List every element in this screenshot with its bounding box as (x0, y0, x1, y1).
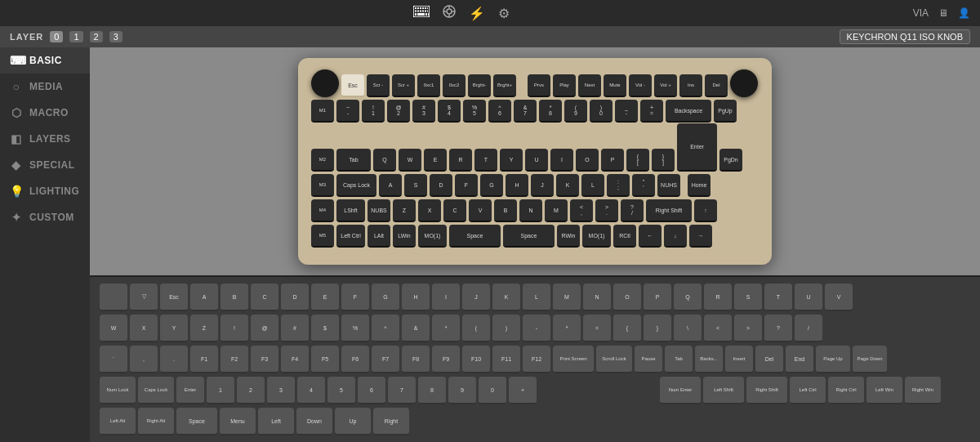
key-w[interactable]: W (399, 149, 421, 172)
key-1[interactable]: !1 (362, 100, 385, 123)
km-key-f11[interactable]: F11 (492, 346, 520, 373)
key-pgdn[interactable]: PgDn (719, 149, 742, 172)
key-m2[interactable]: M2 (311, 149, 334, 172)
key-4[interactable]: $4 (438, 100, 461, 123)
km-key-ins[interactable]: Insert (725, 346, 753, 373)
key-rshift[interactable]: Right Shift (646, 199, 692, 222)
key-tilde[interactable]: ~- (336, 100, 359, 123)
key-z[interactable]: Z (393, 199, 416, 222)
key-tab[interactable]: Tab (336, 149, 371, 172)
km-key-f4[interactable]: F4 (281, 346, 309, 373)
key-g[interactable]: G (480, 174, 503, 197)
km-key-pause[interactable]: Pause (635, 346, 662, 373)
key-o[interactable]: O (576, 149, 599, 172)
key-prvs[interactable]: Prvs (528, 74, 550, 97)
km-key-b[interactable]: B (220, 284, 248, 311)
key-lwin[interactable]: LWin (393, 225, 416, 248)
km-key-m[interactable]: M (553, 284, 581, 311)
km-key-j[interactable]: J (462, 284, 490, 311)
key-rbrace[interactable]: }] (652, 149, 675, 172)
km-key-gt[interactable]: > (734, 315, 762, 342)
km-key-f9[interactable]: F9 (432, 346, 460, 373)
km-key-dot[interactable]: . (160, 346, 188, 373)
key-e[interactable]: E (424, 149, 447, 172)
key-x[interactable]: X (418, 199, 441, 222)
km-key-amp[interactable]: & (402, 315, 430, 342)
key-m4[interactable]: M4 (311, 199, 334, 222)
km-key-backtick[interactable]: ` (100, 346, 127, 373)
key-caps[interactable]: Caps Lock (336, 174, 376, 197)
km-key-prtscr[interactable]: Print Screen (553, 346, 594, 373)
km-key-f2[interactable]: F2 (220, 346, 248, 373)
user-icon[interactable]: 👤 (958, 7, 970, 19)
km-key-s[interactable]: S (734, 284, 762, 311)
km-key-rparen[interactable]: ) (492, 315, 520, 342)
key-3[interactable]: #3 (412, 100, 435, 123)
key-m5[interactable]: M5 (311, 225, 334, 248)
km-key-caret[interactable]: ^ (372, 315, 399, 342)
km-key-comma2[interactable]: , (130, 346, 158, 373)
km-key-scrlk[interactable]: Scroll Lock (596, 346, 632, 373)
monitor-icon[interactable]: 🖥 (938, 7, 948, 19)
km-key-f6[interactable]: F6 (341, 346, 369, 373)
key-m[interactable]: M (545, 199, 568, 222)
km-key-numplus[interactable]: + (509, 377, 537, 404)
key-7[interactable]: &7 (514, 100, 537, 123)
key-knob-left[interactable] (311, 69, 339, 97)
key-8[interactable]: *8 (539, 100, 562, 123)
km-key-space[interactable]: Space (176, 408, 217, 435)
km-key-w[interactable]: W (100, 315, 127, 342)
key-rctrl[interactable]: RCtl (613, 225, 636, 248)
km-key-f7[interactable]: F7 (372, 346, 399, 373)
key-pgup[interactable]: PgUp (714, 100, 737, 123)
km-key-f8[interactable]: F8 (402, 346, 430, 373)
key-scr-plus[interactable]: Scr + (392, 74, 415, 97)
km-key-rctrl[interactable]: Right Ctrl (828, 377, 864, 404)
km-key-num5[interactable]: 5 (327, 377, 355, 404)
key-up[interactable]: ↑ (694, 199, 717, 222)
km-key-x[interactable]: X (130, 315, 158, 342)
key-mo1-left[interactable]: MO(1) (418, 225, 447, 248)
km-key-t[interactable]: T (764, 284, 792, 311)
key-lalt[interactable]: LAlt (368, 225, 390, 248)
km-key-f10[interactable]: F10 (462, 346, 490, 373)
km-key-num6[interactable]: 6 (358, 377, 385, 404)
key-m3[interactable]: M3 (311, 174, 334, 197)
km-key-lctrl[interactable]: Left Ctrl (790, 377, 826, 404)
key-0xc2[interactable]: 0xc2 (443, 74, 466, 97)
key-enter[interactable]: Enter (677, 123, 717, 172)
km-key-minus2[interactable]: - (523, 315, 550, 342)
key-f[interactable]: F (455, 174, 478, 197)
keyboard-icon[interactable] (413, 6, 430, 20)
km-key-pct[interactable]: % (341, 315, 369, 342)
key-0[interactable]: )0 (590, 100, 612, 123)
km-key-z[interactable]: Z (190, 315, 218, 342)
key-colon[interactable]: :; (607, 174, 630, 197)
key-d[interactable]: D (430, 174, 452, 197)
km-key-tab2[interactable]: Tab (665, 346, 693, 373)
key-right[interactable]: → (689, 225, 712, 248)
km-key-esc[interactable]: Esc (160, 284, 188, 311)
km-key-o[interactable]: O (613, 284, 641, 311)
sidebar-item-basic[interactable]: ⌨ BASIC (0, 47, 90, 74)
key-vol-minus[interactable]: Vol - (629, 74, 652, 97)
key-u[interactable]: U (525, 149, 548, 172)
km-key-dollar[interactable]: $ (311, 315, 339, 342)
settings-icon[interactable] (443, 5, 456, 21)
key-b[interactable]: B (494, 199, 517, 222)
key-backspace[interactable]: Backspace (666, 100, 711, 123)
key-c[interactable]: C (443, 199, 466, 222)
sidebar-item-media[interactable]: ○ MEDIA (0, 74, 90, 100)
km-key-right[interactable]: Right (373, 408, 409, 435)
key-5[interactable]: %5 (463, 100, 486, 123)
key-mute[interactable]: Mute (604, 74, 626, 97)
km-key-num0[interactable]: 0 (479, 377, 506, 404)
km-key-ralt[interactable]: Right Alt (138, 408, 174, 435)
key-lbrace[interactable]: {[ (626, 149, 649, 172)
key-comma[interactable]: <, (570, 199, 593, 222)
km-key-lbr[interactable]: { (613, 315, 641, 342)
km-key-k[interactable]: K (492, 284, 520, 311)
key-s[interactable]: S (404, 174, 427, 197)
gear-icon[interactable]: ⚙ (498, 6, 510, 21)
km-key-eq[interactable]: = (583, 315, 611, 342)
